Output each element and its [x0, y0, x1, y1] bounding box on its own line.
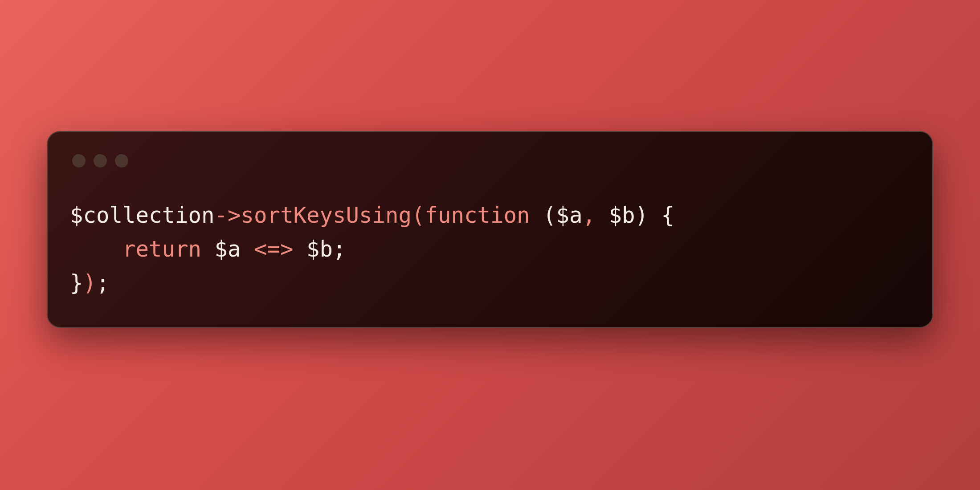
code-token: (	[412, 203, 425, 228]
code-token: ;	[96, 270, 110, 296]
code-token: ,	[583, 203, 596, 228]
circle-icon	[72, 154, 86, 167]
code-window: $collection->sortKeysUsing(function ($a,…	[47, 131, 933, 328]
code-token: $collection	[70, 203, 215, 228]
code-token: return	[122, 237, 201, 262]
code-indent	[70, 237, 122, 262]
code-token: $b;	[294, 237, 346, 262]
circle-icon	[115, 154, 128, 167]
code-token: $b) {	[596, 203, 674, 228]
code-token: <=>	[254, 237, 294, 262]
code-token: function	[425, 203, 530, 228]
window-titlebar	[72, 154, 910, 167]
code-block: $collection->sortKeysUsing(function ($a,…	[70, 199, 910, 300]
code-token: $a	[201, 237, 254, 262]
code-token: )	[83, 270, 97, 296]
code-token: sortKeysUsing	[241, 203, 412, 228]
code-token: ($a	[530, 203, 583, 228]
code-token: }	[70, 270, 83, 296]
code-token: ->	[215, 203, 241, 228]
circle-icon	[94, 154, 107, 167]
